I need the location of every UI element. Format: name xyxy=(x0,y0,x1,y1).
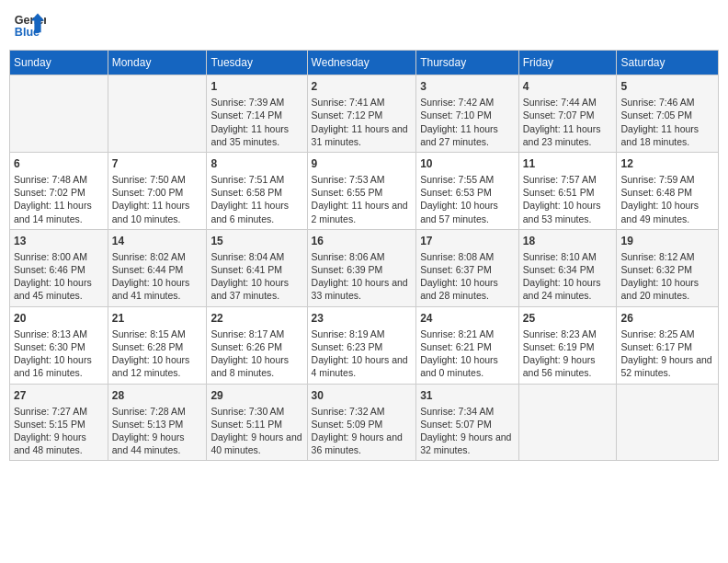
day-info: Sunrise: 7:39 AM Sunset: 7:14 PM Dayligh… xyxy=(210,96,302,148)
day-info: Sunrise: 7:27 AM Sunset: 5:15 PM Dayligh… xyxy=(14,405,104,457)
day-number: 13 xyxy=(14,234,104,248)
day-number: 30 xyxy=(312,388,413,403)
calendar-day-cell: 31Sunrise: 7:34 AM Sunset: 5:07 PM Dayli… xyxy=(416,384,519,461)
calendar-day-cell: 24Sunrise: 8:21 AM Sunset: 6:21 PM Dayli… xyxy=(416,306,519,384)
day-info: Sunrise: 7:41 AM Sunset: 7:12 PM Dayligh… xyxy=(312,96,413,148)
calendar-day-cell: 2Sunrise: 7:41 AM Sunset: 7:12 PM Daylig… xyxy=(307,75,416,153)
calendar-day-cell xyxy=(617,384,719,461)
day-number: 10 xyxy=(420,156,515,171)
day-number: 20 xyxy=(14,311,104,326)
calendar-day-cell: 10Sunrise: 7:55 AM Sunset: 6:53 PM Dayli… xyxy=(416,152,519,229)
day-number: 11 xyxy=(523,156,613,171)
day-number: 7 xyxy=(112,156,203,171)
day-info: Sunrise: 8:06 AM Sunset: 6:39 PM Dayligh… xyxy=(312,250,413,303)
day-info: Sunrise: 7:44 AM Sunset: 7:07 PM Dayligh… xyxy=(523,96,613,148)
calendar-day-cell: 12Sunrise: 7:59 AM Sunset: 6:48 PM Dayli… xyxy=(617,152,719,229)
day-number: 2 xyxy=(312,79,413,94)
day-number: 3 xyxy=(420,79,515,94)
calendar-day-cell: 11Sunrise: 7:57 AM Sunset: 6:51 PM Dayli… xyxy=(518,152,617,229)
weekday-header-cell: Wednesday xyxy=(307,51,416,75)
day-number: 26 xyxy=(620,311,714,326)
calendar-week-row: 13Sunrise: 8:00 AM Sunset: 6:46 PM Dayli… xyxy=(10,229,719,306)
calendar-day-cell: 1Sunrise: 7:39 AM Sunset: 7:14 PM Daylig… xyxy=(207,75,307,153)
day-info: Sunrise: 7:28 AM Sunset: 5:13 PM Dayligh… xyxy=(112,405,203,457)
day-number: 5 xyxy=(620,79,714,94)
calendar-day-cell: 5Sunrise: 7:46 AM Sunset: 7:05 PM Daylig… xyxy=(617,75,719,153)
day-info: Sunrise: 8:21 AM Sunset: 6:21 PM Dayligh… xyxy=(420,327,515,380)
day-number: 25 xyxy=(523,311,613,326)
day-info: Sunrise: 8:15 AM Sunset: 6:28 PM Dayligh… xyxy=(112,327,203,380)
calendar-day-cell: 4Sunrise: 7:44 AM Sunset: 7:07 PM Daylig… xyxy=(518,75,617,153)
calendar-day-cell: 23Sunrise: 8:19 AM Sunset: 6:23 PM Dayli… xyxy=(307,306,416,384)
calendar-day-cell: 20Sunrise: 8:13 AM Sunset: 6:30 PM Dayli… xyxy=(10,306,108,384)
weekday-header-cell: Friday xyxy=(518,51,617,75)
logo-icon: General Blue xyxy=(13,9,46,42)
day-number: 23 xyxy=(312,311,413,326)
day-number: 9 xyxy=(312,156,413,171)
day-number: 14 xyxy=(112,234,203,248)
logo: General Blue xyxy=(13,9,46,42)
day-number: 15 xyxy=(210,234,302,248)
calendar-day-cell: 30Sunrise: 7:32 AM Sunset: 5:09 PM Dayli… xyxy=(307,384,416,461)
weekday-header-cell: Thursday xyxy=(416,51,519,75)
day-info: Sunrise: 8:19 AM Sunset: 6:23 PM Dayligh… xyxy=(312,327,413,380)
calendar-day-cell xyxy=(10,75,108,153)
calendar-table: SundayMondayTuesdayWednesdayThursdayFrid… xyxy=(9,50,719,461)
day-info: Sunrise: 8:12 AM Sunset: 6:32 PM Dayligh… xyxy=(620,250,714,303)
weekday-header-cell: Tuesday xyxy=(207,51,307,75)
calendar-day-cell: 17Sunrise: 8:08 AM Sunset: 6:37 PM Dayli… xyxy=(416,229,519,306)
day-number: 31 xyxy=(420,388,515,403)
weekday-header-row: SundayMondayTuesdayWednesdayThursdayFrid… xyxy=(10,51,719,75)
day-info: Sunrise: 7:30 AM Sunset: 5:11 PM Dayligh… xyxy=(210,405,302,457)
day-info: Sunrise: 8:13 AM Sunset: 6:30 PM Dayligh… xyxy=(14,327,104,380)
calendar-day-cell: 7Sunrise: 7:50 AM Sunset: 7:00 PM Daylig… xyxy=(108,152,207,229)
calendar-day-cell: 8Sunrise: 7:51 AM Sunset: 6:58 PM Daylig… xyxy=(207,152,307,229)
day-info: Sunrise: 7:42 AM Sunset: 7:10 PM Dayligh… xyxy=(420,96,515,148)
calendar-week-row: 27Sunrise: 7:27 AM Sunset: 5:15 PM Dayli… xyxy=(10,384,719,461)
day-number: 8 xyxy=(210,156,302,171)
day-info: Sunrise: 7:46 AM Sunset: 7:05 PM Dayligh… xyxy=(620,96,714,148)
day-number: 4 xyxy=(523,79,613,94)
calendar-day-cell: 16Sunrise: 8:06 AM Sunset: 6:39 PM Dayli… xyxy=(307,229,416,306)
calendar-day-cell: 19Sunrise: 8:12 AM Sunset: 6:32 PM Dayli… xyxy=(617,229,719,306)
calendar-week-row: 20Sunrise: 8:13 AM Sunset: 6:30 PM Dayli… xyxy=(10,306,719,384)
calendar-day-cell: 29Sunrise: 7:30 AM Sunset: 5:11 PM Dayli… xyxy=(207,384,307,461)
day-info: Sunrise: 8:02 AM Sunset: 6:44 PM Dayligh… xyxy=(112,250,203,303)
day-info: Sunrise: 8:08 AM Sunset: 6:37 PM Dayligh… xyxy=(420,250,515,303)
day-number: 1 xyxy=(210,79,302,94)
day-info: Sunrise: 7:53 AM Sunset: 6:55 PM Dayligh… xyxy=(312,173,413,225)
day-info: Sunrise: 7:34 AM Sunset: 5:07 PM Dayligh… xyxy=(420,405,515,457)
calendar-week-row: 1Sunrise: 7:39 AM Sunset: 7:14 PM Daylig… xyxy=(10,75,719,153)
day-info: Sunrise: 7:57 AM Sunset: 6:51 PM Dayligh… xyxy=(523,173,613,225)
day-info: Sunrise: 7:50 AM Sunset: 7:00 PM Dayligh… xyxy=(112,173,203,225)
calendar-body: 1Sunrise: 7:39 AM Sunset: 7:14 PM Daylig… xyxy=(10,75,719,461)
day-number: 21 xyxy=(112,311,203,326)
page-header: General Blue xyxy=(9,9,719,42)
calendar-day-cell: 15Sunrise: 8:04 AM Sunset: 6:41 PM Dayli… xyxy=(207,229,307,306)
day-info: Sunrise: 8:00 AM Sunset: 6:46 PM Dayligh… xyxy=(14,250,104,303)
day-number: 24 xyxy=(420,311,515,326)
calendar-day-cell: 26Sunrise: 8:25 AM Sunset: 6:17 PM Dayli… xyxy=(617,306,719,384)
calendar-day-cell: 27Sunrise: 7:27 AM Sunset: 5:15 PM Dayli… xyxy=(10,384,108,461)
weekday-header-cell: Saturday xyxy=(617,51,719,75)
weekday-header-cell: Monday xyxy=(108,51,207,75)
calendar-day-cell xyxy=(518,384,617,461)
day-info: Sunrise: 8:25 AM Sunset: 6:17 PM Dayligh… xyxy=(620,327,714,380)
calendar-day-cell: 28Sunrise: 7:28 AM Sunset: 5:13 PM Dayli… xyxy=(108,384,207,461)
calendar-day-cell: 21Sunrise: 8:15 AM Sunset: 6:28 PM Dayli… xyxy=(108,306,207,384)
calendar-day-cell: 25Sunrise: 8:23 AM Sunset: 6:19 PM Dayli… xyxy=(518,306,617,384)
calendar-day-cell: 3Sunrise: 7:42 AM Sunset: 7:10 PM Daylig… xyxy=(416,75,519,153)
day-info: Sunrise: 8:23 AM Sunset: 6:19 PM Dayligh… xyxy=(523,327,613,380)
calendar-day-cell: 9Sunrise: 7:53 AM Sunset: 6:55 PM Daylig… xyxy=(307,152,416,229)
calendar-day-cell: 14Sunrise: 8:02 AM Sunset: 6:44 PM Dayli… xyxy=(108,229,207,306)
day-info: Sunrise: 8:04 AM Sunset: 6:41 PM Dayligh… xyxy=(210,250,302,303)
day-number: 18 xyxy=(523,234,613,248)
day-info: Sunrise: 7:51 AM Sunset: 6:58 PM Dayligh… xyxy=(210,173,302,225)
day-number: 6 xyxy=(14,156,104,171)
day-info: Sunrise: 8:10 AM Sunset: 6:34 PM Dayligh… xyxy=(523,250,613,303)
day-info: Sunrise: 7:48 AM Sunset: 7:02 PM Dayligh… xyxy=(14,173,104,225)
calendar-day-cell: 13Sunrise: 8:00 AM Sunset: 6:46 PM Dayli… xyxy=(10,229,108,306)
day-info: Sunrise: 8:17 AM Sunset: 6:26 PM Dayligh… xyxy=(210,327,302,380)
day-info: Sunrise: 7:32 AM Sunset: 5:09 PM Dayligh… xyxy=(312,405,413,457)
calendar-day-cell: 22Sunrise: 8:17 AM Sunset: 6:26 PM Dayli… xyxy=(207,306,307,384)
